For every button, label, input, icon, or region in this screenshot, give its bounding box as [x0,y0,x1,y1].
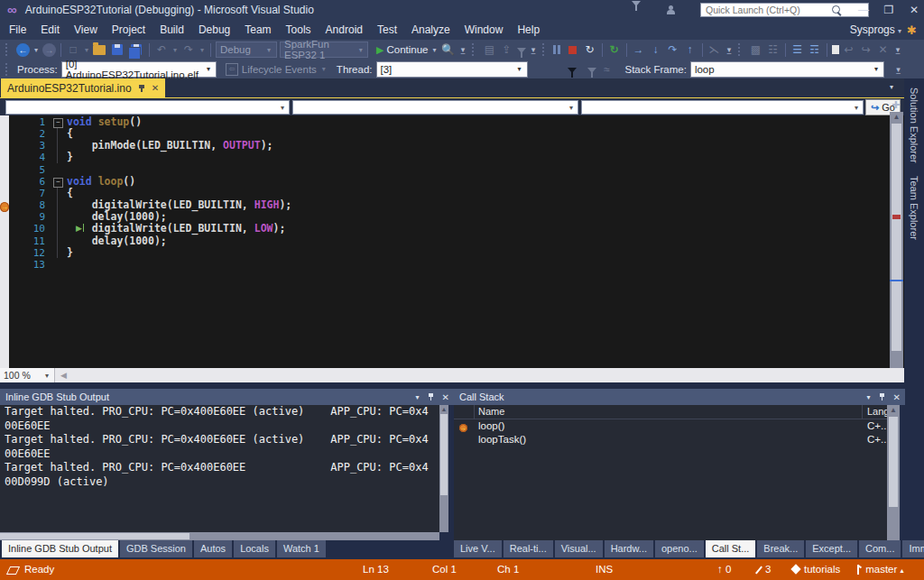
sidebar-tab-solution-explorer[interactable]: Solution Explorer [909,87,919,163]
step-into-button[interactable]: ↓ [649,42,663,57]
tab-call-st[interactable]: Call St... [706,540,756,557]
horizontal-scrollbar[interactable]: ◀ [60,371,67,380]
menu-window[interactable]: Window [457,23,511,36]
window-list-dropdown-icon[interactable]: ▾ [890,83,893,91]
panel-menu-icon[interactable]: ▾ [867,393,871,401]
panel-menu-icon[interactable]: ▾ [416,393,420,401]
branch-button[interactable]: master ▴ [854,559,904,580]
tab-openo[interactable]: openo... [655,540,704,557]
tab-hardw[interactable]: Hardw... [605,540,653,557]
hex-display-button[interactable]: ⋋ [707,42,722,57]
tab-gdb-session[interactable]: GDB Session [120,540,192,557]
toolbar-grip[interactable] [542,43,549,56]
save-button[interactable] [112,44,123,55]
filter-icon-disabled[interactable] [517,48,526,53]
menu-test[interactable]: Test [370,23,404,36]
menu-analyze[interactable]: Analyze [404,23,457,36]
feedback-icon[interactable] [632,6,641,19]
toolbar-grip[interactable] [738,43,744,56]
menu-build[interactable]: Build [152,23,191,36]
menu-team[interactable]: Team [237,23,278,36]
toolbar-grip[interactable] [472,43,478,56]
tab-com[interactable]: Com... [859,540,901,557]
close-tab-icon[interactable]: ✕ [152,83,159,93]
repository-button[interactable]: tutorials [792,559,840,580]
menu-file[interactable]: File [2,23,33,36]
sidebar-tab-team-explorer[interactable]: Team Explorer [909,176,919,240]
close-button[interactable]: ✕ [902,0,924,20]
nav-scope-combo[interactable]: ▾ [292,100,578,115]
clear-bookmarks-button[interactable]: ✕ [876,42,891,57]
scroll-up-icon[interactable]: ▲ [890,112,903,123]
toolbar-overflow[interactable]: ▾̲ [893,45,902,54]
callstack-panel-header[interactable]: Call Stack ▾ ✕ [454,389,905,405]
tab-imme[interactable]: Imme... [902,540,924,557]
sysprogs-menu[interactable]: Sysprogs ▾ [850,23,901,36]
fold-collapse-icon[interactable]: − [53,118,63,128]
nav-project-combo[interactable]: ▾ [5,100,290,115]
code-line-9[interactable]: 9 delay(1000); [0,211,904,223]
editor-zoom-combo[interactable]: 100 %▾ [0,368,55,382]
callstack-content[interactable]: Name Lang →loop()C+...loopTask()C+... [454,405,887,540]
callstack-row[interactable]: loopTask()C+... [454,433,887,447]
column-header-name[interactable]: Name [478,406,504,417]
gdb-output-content[interactable]: Target halted. PRO_CPU: PC=0x400E60EE (a… [0,405,448,532]
toggle-bookmark-button[interactable] [832,45,839,54]
find-in-files-icon[interactable]: 🔍 [441,42,456,57]
code-line-12[interactable]: 12} [0,247,904,259]
fold-collapse-icon[interactable]: − [53,178,63,188]
unpushed-commits-icon[interactable]: ↑ 0 [717,559,731,580]
nav-function-combo[interactable]: ▾ [581,100,864,115]
redo-dropdown[interactable]: ▾ [199,46,206,54]
toolbar-overflow[interactable]: ▾̲ [458,45,467,54]
continue-dropdown[interactable]: ▾ [431,46,439,54]
code-line-2[interactable]: 2{ [0,128,904,140]
step-over-button[interactable]: ↷ [666,42,680,57]
toolbar-grip[interactable] [5,63,12,76]
gdb-panel-header[interactable]: Inline GDB Stub Output ▾ ✕ [0,389,454,405]
navigate-forward-button[interactable]: → [42,43,56,57]
editor-vertical-scrollbar[interactable]: ▲ [890,112,903,368]
toolbar-overflow[interactable]: ▾̲ [893,65,902,74]
menu-help[interactable]: Help [510,23,547,36]
navigate-back-dropdown[interactable]: ▾ [32,46,40,54]
breakpoint-current-statement-icon[interactable]: → [0,199,9,212]
tab-inline-gdb-stub-output[interactable]: Inline GDB Stub Output [2,540,118,557]
quick-launch-input[interactable] [700,3,869,17]
panel-close-icon[interactable]: ✕ [893,392,901,402]
code-line-1[interactable]: 1−void setup() [0,116,904,128]
filter-threads-icon[interactable] [568,68,577,73]
lifecycle-events-dropdown[interactable]: ▾ [320,65,328,73]
code-line-6[interactable]: 6−void loop() [0,176,904,188]
navigate-back-button[interactable]: ← [16,43,30,57]
toolbar-overflow[interactable]: ▾̲ [529,45,538,54]
callstack-vertical-scrollbar[interactable]: ▲ [887,405,900,540]
output-window-icon[interactable]: ☰ [790,42,805,57]
scrollbar-thumb[interactable] [892,124,901,351]
menu-project[interactable]: Project [105,23,152,36]
new-file-button[interactable]: □ [66,42,80,57]
split-editor-handle[interactable]: ✚ [892,99,900,111]
tab-visual[interactable]: Visual... [555,540,603,557]
solution-configuration-combo[interactable]: Debug▾ [216,41,277,58]
toolbar-overflow[interactable]: ▾̲ [725,45,734,54]
code-line-11[interactable]: 11 delay(1000); [0,235,904,247]
code-line-4[interactable]: 4} [0,152,904,163]
toolbar-grip[interactable] [5,43,12,56]
scroll-up-icon[interactable]: ▲ [439,405,448,414]
undo-dropdown[interactable]: ▾ [171,46,179,54]
panel-pin-icon[interactable] [879,393,885,401]
tab-break[interactable]: Break... [757,540,804,557]
callstack-row[interactable]: →loop()C+... [454,419,887,433]
tab-watch-1[interactable]: Watch 1 [277,540,326,557]
solution-explorer-icon[interactable]: ▤ [483,42,497,57]
memory-window-icon[interactable]: ☷ [766,42,781,57]
code-line-5[interactable]: 5 [0,164,904,176]
menu-view[interactable]: View [67,23,105,36]
menu-tools[interactable]: Tools [279,23,319,36]
previous-bookmark-button[interactable]: ↩ [842,42,856,57]
tab-live-v[interactable]: Live V... [454,540,502,557]
code-line-7[interactable]: 7{ [0,188,904,199]
pin-icon[interactable] [138,84,145,92]
scroll-up-icon[interactable]: ▲ [887,405,900,416]
